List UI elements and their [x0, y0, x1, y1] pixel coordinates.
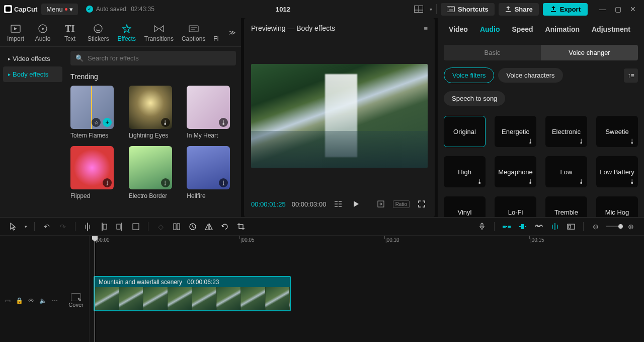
- close-button[interactable]: ✕: [626, 2, 640, 16]
- voice-high[interactable]: High⭳: [444, 156, 486, 187]
- voice-electronic[interactable]: Electronic⭳: [545, 116, 587, 147]
- more-tabs-arrow-icon[interactable]: ≫: [227, 27, 238, 38]
- tab-filters[interactable]: Fi: [209, 21, 222, 46]
- auto-snap-button[interactable]: [516, 220, 530, 234]
- sidebar-item-video-effects[interactable]: Video effects: [3, 51, 62, 66]
- time-ruler[interactable]: |00:00 |00:05 |00:10 |00:15: [90, 236, 644, 247]
- subtab-basic[interactable]: Basic: [444, 45, 541, 60]
- favorite-icon[interactable]: ☆: [92, 118, 101, 127]
- collapse-track-icon[interactable]: ▭: [5, 297, 11, 304]
- subtab-voice-changer[interactable]: Voice changer: [541, 45, 638, 60]
- ratio-button[interactable]: Ratio: [393, 200, 410, 208]
- effect-totem-flames[interactable]: ☆+Totem Flames: [70, 86, 120, 139]
- tab-audio[interactable]: Audio: [29, 21, 56, 46]
- rotate-button[interactable]: [218, 220, 232, 234]
- voice-tremble[interactable]: Tremble⭳: [545, 196, 587, 217]
- pill-voice-filters[interactable]: Voice filters: [444, 67, 494, 83]
- visibility-icon[interactable]: 👁: [28, 297, 34, 304]
- effect-in-my-heart[interactable]: ⭳In My Heart: [187, 86, 236, 139]
- fullscreen-button[interactable]: [416, 198, 428, 210]
- voice-megaphone[interactable]: Megaphone⭳: [495, 156, 536, 187]
- tab-effects[interactable]: Effects: [113, 21, 140, 46]
- mirror-button[interactable]: [202, 220, 216, 234]
- tab-animation[interactable]: Animation: [539, 18, 586, 40]
- tab-import[interactable]: Import: [2, 21, 29, 46]
- effect-hellfire[interactable]: ⭳Hellfire: [187, 146, 236, 199]
- delete-left-button[interactable]: [97, 220, 111, 234]
- download-icon[interactable]: ⭳: [161, 178, 170, 187]
- tab-transitions[interactable]: Transitions: [140, 21, 178, 46]
- cover-button[interactable]: Cover: [68, 293, 84, 308]
- linkage-button[interactable]: [532, 220, 546, 234]
- play-button[interactable]: [350, 198, 362, 210]
- menu-button[interactable]: Menu ▾: [41, 4, 78, 15]
- video-clip[interactable]: Mountain and waterfall scenery 00:00:06:…: [94, 276, 291, 311]
- download-icon[interactable]: ⭳: [219, 118, 228, 127]
- voice-original[interactable]: Original: [444, 116, 486, 147]
- voice-low-battery[interactable]: Low Battery⭳: [596, 156, 638, 187]
- tab-captions[interactable]: Captions: [178, 21, 209, 46]
- zoom-out-button[interactable]: ⊖: [589, 220, 603, 234]
- search-input[interactable]: [88, 54, 231, 62]
- tab-video[interactable]: Video: [443, 18, 474, 40]
- effect-flipped[interactable]: ⭳Flipped: [70, 146, 120, 199]
- record-audio-button[interactable]: [475, 220, 489, 234]
- tab-text[interactable]: TIText: [56, 21, 84, 46]
- chevron-down-icon[interactable]: ▾: [430, 7, 432, 12]
- voice-energetic[interactable]: Energetic⭳: [495, 116, 536, 147]
- timeline-tracks[interactable]: |00:00 |00:05 |00:10 |00:15 Mountain and…: [90, 236, 644, 342]
- lock-track-icon[interactable]: 🔒: [16, 297, 23, 304]
- tab-adjustment[interactable]: Adjustment: [586, 18, 636, 40]
- list-compare-button[interactable]: [332, 198, 344, 210]
- tab-speed[interactable]: Speed: [506, 18, 539, 40]
- minimize-button[interactable]: —: [596, 2, 610, 16]
- download-icon[interactable]: ⭳: [161, 118, 170, 127]
- create-group-button[interactable]: [564, 220, 578, 234]
- download-icon[interactable]: ⭳: [103, 178, 112, 187]
- tab-stickers[interactable]: Stickers: [84, 21, 113, 46]
- voice-mic-hog[interactable]: Mic Hog⭳: [596, 196, 638, 217]
- download-icon[interactable]: ⭳: [219, 178, 228, 187]
- mute-icon[interactable]: 🔈: [39, 297, 47, 304]
- export-button[interactable]: Export: [543, 3, 588, 16]
- split-button[interactable]: [80, 220, 95, 234]
- reverse-button[interactable]: [186, 220, 200, 234]
- zoom-slider[interactable]: [606, 226, 621, 227]
- selection-dropdown[interactable]: ▾: [22, 220, 29, 234]
- crop-button[interactable]: [234, 220, 248, 234]
- main-track-magnet-button[interactable]: [500, 220, 514, 234]
- playhead[interactable]: [95, 236, 95, 342]
- zoom-in-button[interactable]: ⊕: [624, 220, 638, 234]
- tab-audio[interactable]: Audio: [474, 18, 506, 40]
- delete-button[interactable]: [129, 220, 143, 234]
- layout-button[interactable]: [412, 2, 426, 16]
- effect-electro-border[interactable]: ⭳Electro Border: [129, 146, 178, 199]
- redo-button[interactable]: ↷: [56, 220, 70, 234]
- voice-sweetie[interactable]: Sweetie⭳: [596, 116, 638, 147]
- zoom-in-icon: ⊕: [628, 223, 634, 231]
- preview-axis-button[interactable]: [548, 220, 562, 234]
- clip-duration: 00:00:06:23: [187, 279, 219, 286]
- undo-button[interactable]: ↶: [40, 220, 54, 234]
- freeze-button[interactable]: [170, 220, 184, 234]
- add-icon[interactable]: +: [103, 118, 112, 127]
- selection-tool[interactable]: [6, 220, 20, 234]
- pill-speech-to-song[interactable]: Speech to song: [444, 91, 505, 106]
- maximize-button[interactable]: ▢: [611, 2, 625, 16]
- voice-lofi[interactable]: Lo-Fi⭳: [495, 196, 536, 217]
- pill-voice-characters[interactable]: Voice characters: [498, 68, 562, 83]
- more-icon[interactable]: ⋯: [52, 297, 58, 304]
- search-box[interactable]: 🔍: [70, 51, 236, 65]
- scale-button[interactable]: [375, 198, 387, 210]
- sidebar-item-body-effects[interactable]: Body effects: [3, 66, 62, 82]
- voice-vinyl[interactable]: Vinyl⭳: [444, 196, 486, 217]
- delete-right-button[interactable]: [113, 220, 127, 234]
- preview-menu-icon[interactable]: ≡: [424, 25, 428, 32]
- voice-low[interactable]: Low⭳: [545, 156, 587, 187]
- effect-lightning-eyes[interactable]: ⭳Lightning Eyes: [129, 86, 178, 139]
- preview-video[interactable]: [251, 64, 428, 168]
- sort-button[interactable]: ↑≡: [624, 69, 638, 83]
- shortcuts-button[interactable]: Shortcuts: [441, 3, 495, 16]
- share-button[interactable]: Share: [499, 3, 539, 16]
- marker-button[interactable]: ◇: [153, 220, 168, 234]
